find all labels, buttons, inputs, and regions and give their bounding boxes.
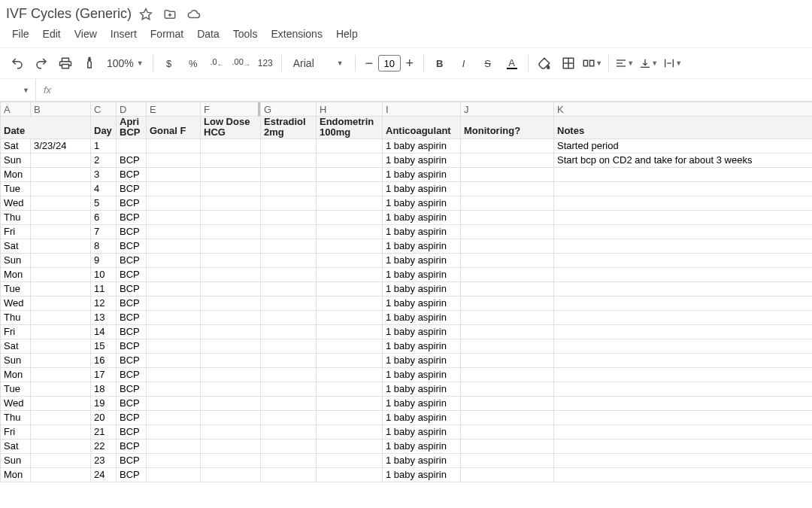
cell-dow[interactable]: Fri [1, 324, 31, 339]
cell-date[interactable] [31, 310, 91, 324]
cell-day[interactable]: 10 [91, 267, 117, 281]
cell-bcp[interactable]: BCP [117, 196, 147, 210]
italic-button[interactable]: I [453, 52, 475, 75]
cell-date[interactable] [31, 367, 91, 382]
cell-anticoag[interactable]: 1 baby aspirin [383, 410, 461, 424]
cell-notes[interactable] [554, 239, 813, 253]
cell-hcg[interactable] [201, 424, 261, 439]
bold-button[interactable]: B [429, 52, 451, 75]
cell-anticoag[interactable]: 1 baby aspirin [383, 353, 461, 367]
cell-hcg[interactable] [201, 181, 261, 196]
cell-day[interactable]: 7 [91, 224, 117, 239]
cell-bcp[interactable]: BCP [117, 253, 147, 267]
cell-bcp[interactable]: BCP [117, 153, 147, 167]
cell-estradiol[interactable] [261, 410, 317, 424]
cell-monitoring[interactable] [461, 224, 554, 239]
cell-gonal[interactable] [147, 467, 201, 482]
cell-endometrin[interactable] [317, 324, 383, 339]
cell-anticoag[interactable]: 1 baby aspirin [383, 367, 461, 382]
text-wrap-button[interactable]: ▼ [662, 52, 684, 75]
cell-hcg[interactable] [201, 467, 261, 482]
cell-bcp[interactable]: BCP [117, 167, 147, 181]
cell-endometrin[interactable] [317, 253, 383, 267]
cell-dow[interactable]: Sun [1, 153, 31, 167]
cell-anticoag[interactable]: 1 baby aspirin [383, 281, 461, 296]
col-header-K[interactable]: K [554, 102, 813, 117]
increase-decimal-button[interactable]: .00→ [230, 52, 253, 75]
cell-anticoag[interactable]: 1 baby aspirin [383, 267, 461, 281]
cell-day[interactable]: 13 [91, 310, 117, 324]
cell-bcp[interactable]: BCP [117, 367, 147, 382]
cell-bcp[interactable]: BCP [117, 181, 147, 196]
cell-monitoring[interactable] [461, 339, 554, 353]
cell-estradiol[interactable] [261, 424, 317, 439]
cell-bcp[interactable]: BCP [117, 396, 147, 410]
cell-gonal[interactable] [147, 224, 201, 239]
col-header-J[interactable]: J [461, 102, 554, 117]
cell-estradiol[interactable] [261, 339, 317, 353]
cell-hcg[interactable] [201, 410, 261, 424]
cell-anticoag[interactable]: 1 baby aspirin [383, 239, 461, 253]
cell-bcp[interactable]: BCP [117, 353, 147, 367]
cell-estradiol[interactable] [261, 439, 317, 453]
cell-endometrin[interactable] [317, 296, 383, 310]
cell-day[interactable]: 19 [91, 396, 117, 410]
cell-bcp[interactable]: BCP [117, 453, 147, 467]
cell-gonal[interactable] [147, 267, 201, 281]
menu-data[interactable]: Data [191, 25, 226, 43]
cell-day[interactable]: 6 [91, 210, 117, 224]
undo-button[interactable] [6, 52, 29, 75]
cell-hcg[interactable] [201, 296, 261, 310]
cell-dow[interactable]: Sat [1, 339, 31, 353]
cell-hcg[interactable] [201, 196, 261, 210]
cell-gonal[interactable] [147, 196, 201, 210]
cell-anticoag[interactable]: 1 baby aspirin [383, 296, 461, 310]
cell-day[interactable]: 20 [91, 410, 117, 424]
cell-notes[interactable] [554, 253, 813, 267]
cell-hcg[interactable] [201, 281, 261, 296]
cell-notes[interactable] [554, 324, 813, 339]
cell-notes[interactable] [554, 424, 813, 439]
cell-anticoag[interactable]: 1 baby aspirin [383, 310, 461, 324]
cell-dow[interactable]: Sun [1, 453, 31, 467]
cell-endometrin[interactable] [317, 396, 383, 410]
header-bcp[interactable]: ApriBCP [117, 117, 147, 139]
cell-monitoring[interactable] [461, 367, 554, 382]
cell-endometrin[interactable] [317, 353, 383, 367]
decrease-font-button[interactable]: − [360, 54, 378, 72]
cell-dow[interactable]: Sat [1, 239, 31, 253]
cell-gonal[interactable] [147, 367, 201, 382]
move-icon[interactable] [163, 8, 177, 21]
cell-estradiol[interactable] [261, 253, 317, 267]
cell-date[interactable] [31, 267, 91, 281]
cell-dow[interactable]: Wed [1, 396, 31, 410]
cell-endometrin[interactable] [317, 181, 383, 196]
menu-help[interactable]: Help [330, 25, 364, 43]
cell-date[interactable] [31, 253, 91, 267]
cell-gonal[interactable] [147, 138, 201, 153]
cell-hcg[interactable] [201, 453, 261, 467]
col-header-D[interactable]: D [117, 102, 147, 117]
cell-anticoag[interactable]: 1 baby aspirin [383, 467, 461, 482]
menu-view[interactable]: View [68, 25, 103, 43]
cell-bcp[interactable]: BCP [117, 382, 147, 396]
cell-dow[interactable]: Thu [1, 210, 31, 224]
cell-date[interactable] [31, 224, 91, 239]
cell-endometrin[interactable] [317, 382, 383, 396]
cell-notes[interactable] [554, 167, 813, 181]
cell-dow[interactable]: Thu [1, 310, 31, 324]
header-anticoag[interactable]: Anticoagulant [383, 117, 461, 139]
cell-day[interactable]: 9 [91, 253, 117, 267]
fill-color-button[interactable] [533, 52, 556, 75]
cell-monitoring[interactable] [461, 253, 554, 267]
cell-notes[interactable] [554, 310, 813, 324]
cell-monitoring[interactable] [461, 424, 554, 439]
cell-monitoring[interactable] [461, 239, 554, 253]
cell-bcp[interactable] [117, 138, 147, 153]
cell-day[interactable]: 24 [91, 467, 117, 482]
decrease-decimal-button[interactable]: .0← [206, 52, 229, 75]
cell-estradiol[interactable] [261, 267, 317, 281]
cell-gonal[interactable] [147, 310, 201, 324]
cell-anticoag[interactable]: 1 baby aspirin [383, 253, 461, 267]
cell-monitoring[interactable] [461, 196, 554, 210]
